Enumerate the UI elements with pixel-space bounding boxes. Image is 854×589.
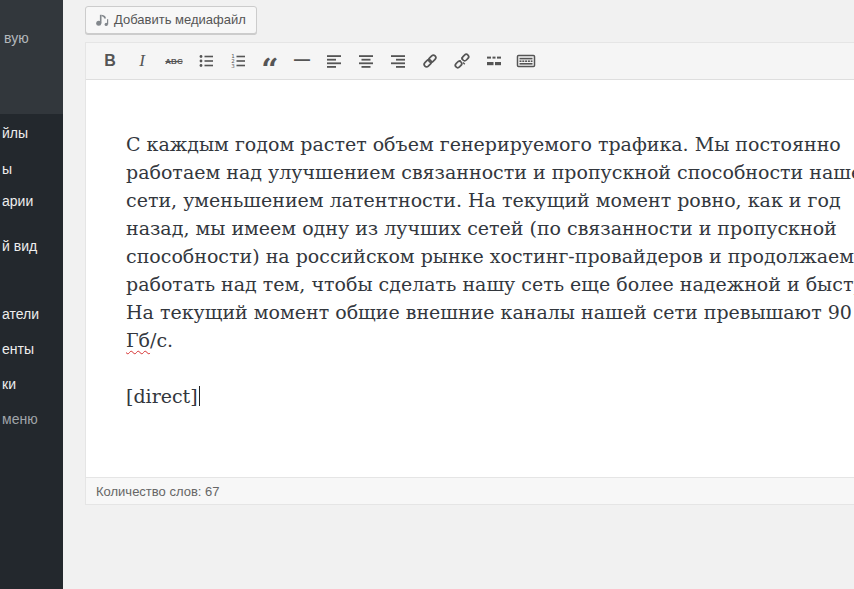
bold-icon: B [104, 52, 116, 70]
align-right-button[interactable] [382, 46, 414, 76]
editor-panel: B I ABC 1 2 3 “ — [85, 42, 854, 505]
horizontal-rule-button[interactable]: — [286, 46, 318, 76]
remove-link-button[interactable] [446, 46, 478, 76]
strikethrough-icon: ABC [165, 57, 182, 66]
paragraph-line: Гб/с. [126, 326, 854, 354]
blockquote-button[interactable]: “ [254, 46, 286, 76]
sidebar-item-settings[interactable]: ки [2, 376, 16, 392]
sidebar-open-submenu: вую [0, 0, 63, 114]
svg-text:3: 3 [231, 63, 235, 69]
add-media-button[interactable]: Добавить медиафайл [85, 6, 257, 34]
align-center-button[interactable] [350, 46, 382, 76]
editor-statusbar: Количество слов: 67 [86, 477, 854, 504]
paragraph-line: На текущий момент общие внешние каналы н… [126, 298, 854, 326]
sidebar-collapse-menu[interactable]: меню [2, 411, 38, 427]
text-caret [199, 386, 200, 406]
bullet-list-icon [197, 52, 215, 70]
numbered-list-button[interactable]: 1 2 3 [222, 46, 254, 76]
sidebar-item-add-new[interactable]: вую [4, 30, 29, 46]
align-left-icon [325, 52, 343, 70]
align-center-icon [357, 52, 375, 70]
line-rest: /с. [150, 329, 173, 351]
sidebar-item-tools[interactable]: енты [2, 341, 34, 357]
paragraph-line: работать над тем, чтобы сделать нашу сет… [126, 270, 854, 298]
more-tag-button[interactable] [478, 46, 510, 76]
paragraph-line: работаем над улучшением связанности и пр… [126, 158, 854, 186]
paragraph-line: способности) на российском рынке хостинг… [126, 242, 854, 270]
post-body: С каждым годом растет объем генерируемог… [126, 130, 854, 410]
horizontal-rule-icon: — [294, 51, 310, 69]
sidebar-item-media[interactable]: йлы [2, 125, 28, 141]
keyboard-icon [516, 52, 536, 70]
sidebar-item-appearance[interactable]: й вид [2, 238, 37, 254]
align-left-button[interactable] [318, 46, 350, 76]
sidebar-item-users[interactable]: атели [2, 306, 39, 322]
wordpress-post-editor-screen: вую йлы ы арии й вид атели енты ки меню … [0, 0, 854, 589]
add-media-label: Добавить медиафайл [114, 12, 246, 27]
insert-link-button[interactable] [414, 46, 446, 76]
media-icon [94, 12, 109, 28]
editor-content-area[interactable]: С каждым годом растет объем генерируемог… [86, 80, 854, 477]
word-count-value: 67 [205, 484, 219, 499]
editor-toolbar: B I ABC 1 2 3 “ — [86, 43, 854, 80]
unlink-icon [453, 52, 471, 70]
link-icon [421, 52, 439, 70]
numbered-list-icon: 1 2 3 [229, 52, 247, 70]
bullet-list-button[interactable] [190, 46, 222, 76]
admin-sidebar: вую йлы ы арии й вид атели енты ки меню [0, 0, 63, 589]
empty-line [126, 354, 854, 382]
paragraph-line: С каждым годом растет объем генерируемог… [126, 130, 854, 158]
shortcode-text: [direct] [126, 385, 198, 407]
sidebar-item-comments[interactable]: арии [2, 193, 33, 209]
sidebar-item-pages[interactable]: ы [2, 161, 12, 177]
word-count-label: Количество слов: [96, 484, 201, 499]
italic-button[interactable]: I [126, 46, 158, 76]
paragraph-line: назад, мы имеем одну из лучших сетей (по… [126, 214, 854, 242]
italic-icon: I [139, 51, 145, 71]
align-right-icon [389, 52, 407, 70]
strikethrough-button[interactable]: ABC [158, 46, 190, 76]
shortcode-line: [direct] [126, 382, 854, 410]
toolbar-toggle-button[interactable] [510, 46, 542, 76]
paragraph-line: сети, уменьшением латентности. На текущи… [126, 186, 854, 214]
more-tag-icon [485, 52, 503, 70]
bold-button[interactable]: B [94, 46, 126, 76]
misspelled-word: Гб [126, 329, 150, 351]
